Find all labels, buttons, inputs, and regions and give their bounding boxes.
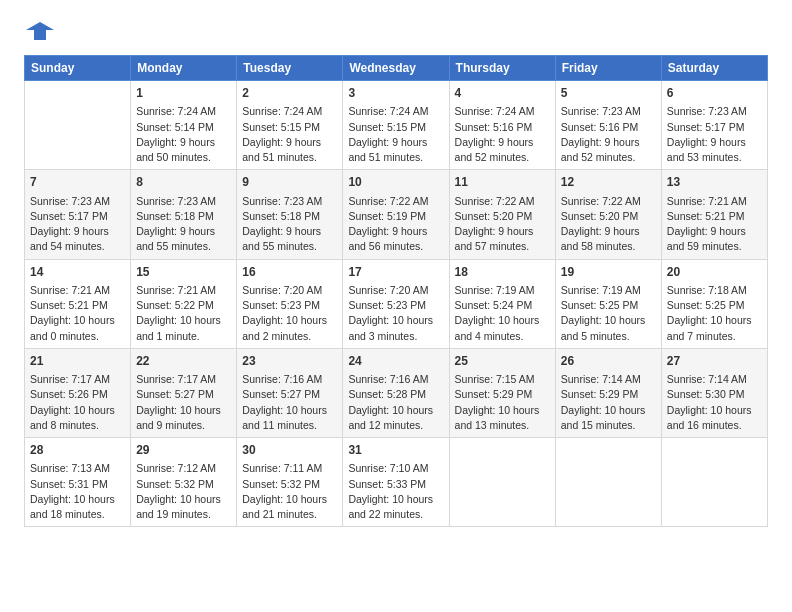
day-info: and 53 minutes. (667, 150, 762, 165)
calendar-cell: 2Sunrise: 7:24 AMSunset: 5:15 PMDaylight… (237, 81, 343, 170)
calendar-cell: 21Sunrise: 7:17 AMSunset: 5:26 PMDayligh… (25, 348, 131, 437)
day-info: Sunrise: 7:23 AM (561, 104, 656, 119)
day-info: and 12 minutes. (348, 418, 443, 433)
calendar-cell: 23Sunrise: 7:16 AMSunset: 5:27 PMDayligh… (237, 348, 343, 437)
day-info: Daylight: 10 hours (242, 492, 337, 507)
day-info: Sunrise: 7:24 AM (242, 104, 337, 119)
day-info: Daylight: 10 hours (136, 313, 231, 328)
day-info: Sunrise: 7:24 AM (455, 104, 550, 119)
day-info: and 5 minutes. (561, 329, 656, 344)
day-info: Sunset: 5:25 PM (667, 298, 762, 313)
day-info: Sunrise: 7:22 AM (348, 194, 443, 209)
calendar-cell: 10Sunrise: 7:22 AMSunset: 5:19 PMDayligh… (343, 170, 449, 259)
column-header-wednesday: Wednesday (343, 56, 449, 81)
day-info: Sunrise: 7:11 AM (242, 461, 337, 476)
calendar-cell: 25Sunrise: 7:15 AMSunset: 5:29 PMDayligh… (449, 348, 555, 437)
logo-bird-icon (26, 20, 54, 42)
calendar-cell: 9Sunrise: 7:23 AMSunset: 5:18 PMDaylight… (237, 170, 343, 259)
day-info: Sunrise: 7:13 AM (30, 461, 125, 476)
day-info: Sunrise: 7:15 AM (455, 372, 550, 387)
column-header-saturday: Saturday (661, 56, 767, 81)
day-info: and 21 minutes. (242, 507, 337, 522)
calendar-cell: 16Sunrise: 7:20 AMSunset: 5:23 PMDayligh… (237, 259, 343, 348)
day-info: Sunrise: 7:21 AM (30, 283, 125, 298)
calendar-cell: 5Sunrise: 7:23 AMSunset: 5:16 PMDaylight… (555, 81, 661, 170)
day-info: and 52 minutes. (455, 150, 550, 165)
day-number: 14 (30, 264, 125, 281)
calendar-cell: 8Sunrise: 7:23 AMSunset: 5:18 PMDaylight… (131, 170, 237, 259)
calendar-cell: 26Sunrise: 7:14 AMSunset: 5:29 PMDayligh… (555, 348, 661, 437)
day-number: 22 (136, 353, 231, 370)
day-number: 17 (348, 264, 443, 281)
calendar-cell (661, 438, 767, 527)
day-number: 28 (30, 442, 125, 459)
day-info: Daylight: 10 hours (455, 403, 550, 418)
day-number: 10 (348, 174, 443, 191)
day-info: Sunset: 5:30 PM (667, 387, 762, 402)
day-info: Daylight: 9 hours (455, 135, 550, 150)
day-info: and 1 minute. (136, 329, 231, 344)
day-number: 25 (455, 353, 550, 370)
day-info: and 2 minutes. (242, 329, 337, 344)
day-info: Sunset: 5:16 PM (561, 120, 656, 135)
day-info: Sunset: 5:27 PM (242, 387, 337, 402)
day-number: 7 (30, 174, 125, 191)
day-info: Sunrise: 7:14 AM (561, 372, 656, 387)
calendar-cell: 22Sunrise: 7:17 AMSunset: 5:27 PMDayligh… (131, 348, 237, 437)
day-info: Daylight: 10 hours (242, 403, 337, 418)
day-info: Sunrise: 7:24 AM (136, 104, 231, 119)
day-info: Daylight: 9 hours (30, 224, 125, 239)
day-info: and 11 minutes. (242, 418, 337, 433)
day-info: Daylight: 9 hours (242, 135, 337, 150)
day-info: Sunset: 5:25 PM (561, 298, 656, 313)
calendar-cell: 18Sunrise: 7:19 AMSunset: 5:24 PMDayligh… (449, 259, 555, 348)
calendar-cell (449, 438, 555, 527)
calendar-cell: 29Sunrise: 7:12 AMSunset: 5:32 PMDayligh… (131, 438, 237, 527)
calendar-cell: 17Sunrise: 7:20 AMSunset: 5:23 PMDayligh… (343, 259, 449, 348)
logo-text (24, 20, 54, 47)
day-info: and 55 minutes. (242, 239, 337, 254)
day-info: Sunrise: 7:19 AM (561, 283, 656, 298)
calendar-week-row: 21Sunrise: 7:17 AMSunset: 5:26 PMDayligh… (25, 348, 768, 437)
day-number: 31 (348, 442, 443, 459)
day-info: Daylight: 10 hours (348, 492, 443, 507)
day-info: Sunset: 5:24 PM (455, 298, 550, 313)
day-info: Sunset: 5:20 PM (561, 209, 656, 224)
day-info: Sunrise: 7:23 AM (667, 104, 762, 119)
day-info: and 22 minutes. (348, 507, 443, 522)
day-info: Daylight: 9 hours (561, 135, 656, 150)
day-number: 23 (242, 353, 337, 370)
calendar-cell: 7Sunrise: 7:23 AMSunset: 5:17 PMDaylight… (25, 170, 131, 259)
calendar-cell: 11Sunrise: 7:22 AMSunset: 5:20 PMDayligh… (449, 170, 555, 259)
day-info: Sunrise: 7:21 AM (136, 283, 231, 298)
day-info: Sunrise: 7:22 AM (455, 194, 550, 209)
day-info: Sunset: 5:14 PM (136, 120, 231, 135)
day-info: Daylight: 10 hours (561, 403, 656, 418)
day-number: 16 (242, 264, 337, 281)
day-number: 11 (455, 174, 550, 191)
day-info: Sunset: 5:27 PM (136, 387, 231, 402)
day-info: Daylight: 9 hours (667, 135, 762, 150)
column-header-sunday: Sunday (25, 56, 131, 81)
day-info: Sunrise: 7:17 AM (136, 372, 231, 387)
day-info: and 19 minutes. (136, 507, 231, 522)
day-info: Daylight: 9 hours (242, 224, 337, 239)
day-info: Sunrise: 7:12 AM (136, 461, 231, 476)
calendar-cell: 20Sunrise: 7:18 AMSunset: 5:25 PMDayligh… (661, 259, 767, 348)
day-number: 8 (136, 174, 231, 191)
day-info: Sunset: 5:16 PM (455, 120, 550, 135)
day-info: Sunrise: 7:23 AM (136, 194, 231, 209)
day-info: Sunrise: 7:19 AM (455, 283, 550, 298)
day-info: and 50 minutes. (136, 150, 231, 165)
day-number: 1 (136, 85, 231, 102)
day-info: Daylight: 10 hours (136, 403, 231, 418)
day-number: 19 (561, 264, 656, 281)
day-number: 18 (455, 264, 550, 281)
calendar-cell: 15Sunrise: 7:21 AMSunset: 5:22 PMDayligh… (131, 259, 237, 348)
day-info: Daylight: 10 hours (30, 492, 125, 507)
day-info: Sunset: 5:29 PM (561, 387, 656, 402)
day-info: and 57 minutes. (455, 239, 550, 254)
day-info: Sunset: 5:17 PM (30, 209, 125, 224)
day-info: Sunset: 5:33 PM (348, 477, 443, 492)
day-number: 12 (561, 174, 656, 191)
